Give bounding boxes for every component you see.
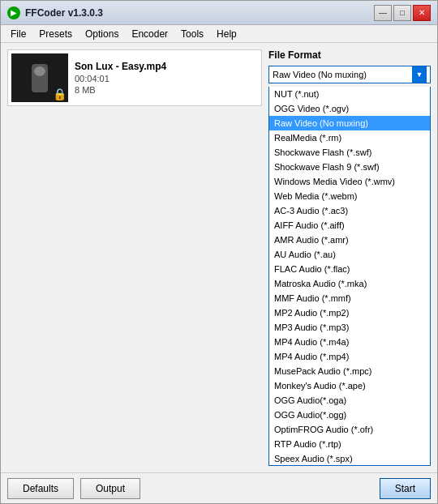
file-name: Son Lux - Easy.mp4 <box>75 61 166 72</box>
format-option-9[interactable]: AIFF Audio (*.aiff) <box>269 218 430 233</box>
main-content: 🔒 Son Lux - Easy.mp4 00:04:01 8 MB File … <box>1 43 437 472</box>
format-option-23[interactable]: OptimFROG Audio (*.ofr) <box>269 422 430 437</box>
format-option-19[interactable]: MusePack Audio (*.mpc) <box>269 364 430 378</box>
right-panel: File Format Raw Video (No muxing) ▼ NUT … <box>268 49 431 466</box>
file-format-dropdown[interactable]: Raw Video (No muxing) ▼ <box>268 66 431 83</box>
file-format-label: File Format <box>268 49 431 61</box>
bottom-bar: Defaults Output Start <box>1 472 437 503</box>
file-duration: 00:04:01 <box>75 74 166 83</box>
main-window: ▶ FFCoder v1.3.0.3 — □ ✕ File Presets Op… <box>0 0 438 504</box>
format-option-6[interactable]: Windows Media Video (*.wmv) <box>269 174 430 189</box>
app-icon: ▶ <box>7 6 20 19</box>
format-option-21[interactable]: OGG Audio(*.oga) <box>269 393 430 408</box>
title-bar-buttons: — □ ✕ <box>374 5 431 21</box>
title-bar-text: FFCoder v1.3.0.3 <box>25 7 374 19</box>
menu-options[interactable]: Options <box>79 25 125 42</box>
format-option-7[interactable]: Web Media (*.webm) <box>269 189 430 203</box>
file-info-row: 🔒 Son Lux - Easy.mp4 00:04:01 8 MB <box>7 49 262 106</box>
left-panel: 🔒 Son Lux - Easy.mp4 00:04:01 8 MB <box>7 49 262 466</box>
menu-help[interactable]: Help <box>210 25 243 42</box>
defaults-button[interactable]: Defaults <box>7 478 74 499</box>
dropdown-arrow-icon: ▼ <box>412 66 427 83</box>
format-option-16[interactable]: MP3 Audio (*.mp3) <box>269 320 430 335</box>
file-details: Son Lux - Easy.mp4 00:04:01 8 MB <box>75 61 166 95</box>
format-option-12[interactable]: FLAC Audio (*.flac) <box>269 262 430 276</box>
output-button[interactable]: Output <box>80 478 140 499</box>
format-option-17[interactable]: MP4 Audio (*.m4a) <box>269 335 430 349</box>
format-option-10[interactable]: AMR Audio (*.amr) <box>269 233 430 247</box>
menu-presets[interactable]: Presets <box>32 25 79 42</box>
dropdown-selected-text: Raw Video (No muxing) <box>273 70 412 79</box>
format-option-24[interactable]: RTP Audio (*.rtp) <box>269 437 430 451</box>
format-option-25[interactable]: Speex Audio (*.spx) <box>269 451 430 466</box>
format-option-8[interactable]: AC-3 Audio (*.ac3) <box>269 203 430 218</box>
format-option-5[interactable]: Shockwave Flash 9 (*.swf) <box>269 160 430 174</box>
menu-tools[interactable]: Tools <box>174 25 210 42</box>
format-option-0[interactable]: NUT (*.nut) <box>269 87 430 101</box>
format-option-2[interactable]: Raw Video (No muxing) <box>269 116 430 130</box>
format-option-20[interactable]: Monkey's Audio (*.ape) <box>269 378 430 393</box>
format-option-15[interactable]: MP2 Audio (*.mp2) <box>269 305 430 320</box>
thumbnail: 🔒 <box>11 53 68 102</box>
format-option-3[interactable]: RealMedia (*.rm) <box>269 130 430 145</box>
close-button[interactable]: ✕ <box>413 5 431 21</box>
start-button[interactable]: Start <box>380 478 431 499</box>
maximize-button[interactable]: □ <box>393 5 411 21</box>
format-option-13[interactable]: Matroska Audio (*.mka) <box>269 276 430 291</box>
menu-bar: File Presets Options Encoder Tools Help <box>1 25 437 43</box>
format-option-18[interactable]: MP4 Audio (*.mp4) <box>269 349 430 364</box>
minimize-button[interactable]: — <box>374 5 392 21</box>
format-option-11[interactable]: AU Audio (*.au) <box>269 247 430 262</box>
format-list: NUT (*.nut)OGG Video (*.ogv)Raw Video (N… <box>268 87 431 466</box>
format-option-4[interactable]: Shockwave Flash (*.swf) <box>269 145 430 160</box>
format-option-22[interactable]: OGG Audio(*.ogg) <box>269 408 430 422</box>
thumbnail-figure <box>32 64 48 92</box>
menu-file[interactable]: File <box>4 25 32 42</box>
menu-encoder[interactable]: Encoder <box>125 25 174 42</box>
lock-icon: 🔒 <box>53 88 67 100</box>
format-option-1[interactable]: OGG Video (*.ogv) <box>269 101 430 116</box>
title-bar: ▶ FFCoder v1.3.0.3 — □ ✕ <box>1 1 437 25</box>
file-size: 8 MB <box>75 85 166 95</box>
format-option-14[interactable]: MMF Audio (*.mmf) <box>269 291 430 305</box>
